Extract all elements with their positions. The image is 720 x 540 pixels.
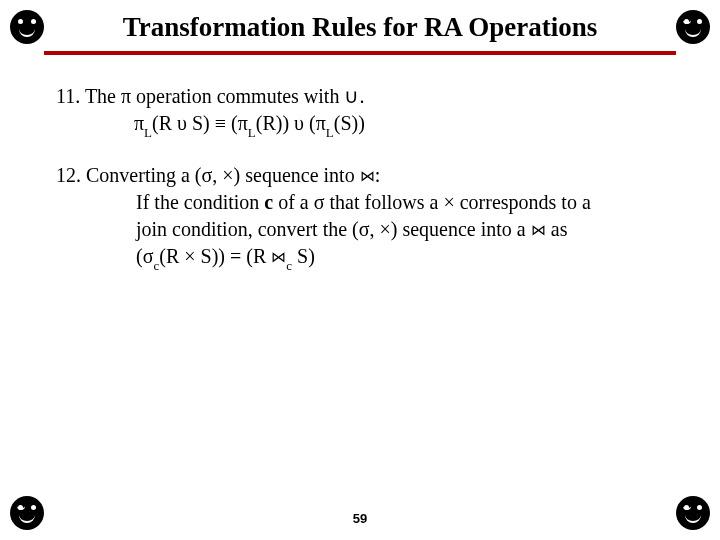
rule-11-number: 11. [56, 85, 80, 107]
corner-icon-tr [676, 10, 710, 44]
rule-12-text-line1: Converting a (σ, ×) sequence into ⋈: [86, 164, 380, 186]
rule-12-text-line3: join condition, convert the (σ, ×) seque… [56, 216, 664, 243]
rule-12-equation: (σc(R × S)) = (R ⋈c S) [56, 243, 664, 273]
page-number: 59 [0, 511, 720, 526]
rule-11-equation: πL(R υ S) ≡ (πL(R)) υ (πL(S)) [56, 110, 664, 140]
slide-body: 11. The π operation commutes with ∪. πL(… [0, 55, 720, 272]
rule-12-text-line2: If the condition c of a σ that follows a… [56, 189, 664, 216]
rule-11: 11. The π operation commutes with ∪. πL(… [56, 83, 664, 140]
corner-icon-tl [10, 10, 44, 44]
rule-12: 12. Converting a (σ, ×) sequence into ⋈:… [56, 162, 664, 273]
slide-title: Transformation Rules for RA Operations [56, 12, 664, 43]
rule-11-text: The π operation commutes with ∪. [85, 85, 365, 107]
rule-12-number: 12. [56, 164, 81, 186]
